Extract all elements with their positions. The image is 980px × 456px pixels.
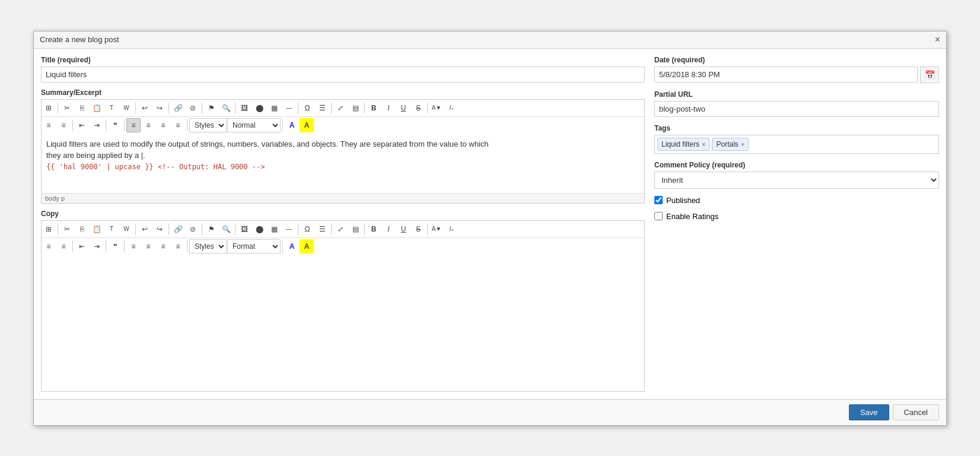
flag-btn[interactable]: ⚑	[204, 101, 218, 115]
sep9	[427, 102, 428, 114]
copy-underline-btn[interactable]: U	[396, 222, 411, 236]
align-justify-btn[interactable]: ≡	[171, 118, 185, 132]
copy-ol-btn[interactable]: ≡	[42, 239, 56, 254]
tags-field-group: Tags Liquid filters × Portals ×	[654, 124, 939, 154]
copy-strikethrough-btn[interactable]: S	[411, 222, 425, 236]
copy-table-btn[interactable]: ▦	[267, 222, 281, 236]
unlink-btn[interactable]: ⊘	[186, 101, 200, 115]
image-btn[interactable]: 🖼	[237, 101, 252, 115]
copy-iframe-btn[interactable]: ☰	[315, 222, 329, 236]
format-select-2[interactable]: Format Heading 1 Heading 2	[227, 239, 281, 254]
paste-word-btn[interactable]: W	[119, 101, 133, 115]
copy-undo-btn[interactable]: ↩	[138, 222, 152, 236]
copy-link-btn[interactable]: 🔗	[171, 222, 185, 236]
align-center-btn[interactable]: ≡	[141, 118, 155, 132]
indent-btn[interactable]: ⇥	[90, 118, 104, 132]
font-color-btn-1[interactable]: A	[285, 118, 299, 132]
copy-redo-btn[interactable]: ↪	[152, 222, 167, 236]
find-btn[interactable]: 🔍	[219, 101, 233, 115]
align-right-btn[interactable]: ≡	[156, 118, 170, 132]
paste-text-btn[interactable]: T	[104, 101, 119, 115]
close-button[interactable]: ×	[935, 35, 940, 45]
align-left-btn[interactable]: ≡	[126, 118, 141, 132]
blockquote-btn[interactable]: ❝	[108, 118, 122, 132]
copy-align-center-btn[interactable]: ≡	[141, 239, 155, 254]
cancel-button[interactable]: Cancel	[893, 404, 939, 420]
source-btn[interactable]: ⊞	[42, 101, 56, 115]
copy-flag-btn[interactable]: ⚑	[204, 222, 218, 236]
csep1	[58, 223, 58, 235]
redo-btn[interactable]: ↪	[152, 101, 167, 115]
strikethrough-btn[interactable]: S	[411, 101, 425, 115]
iframe-btn[interactable]: ☰	[315, 101, 329, 115]
table-btn[interactable]: ▦	[267, 101, 281, 115]
save-button[interactable]: Save	[849, 404, 889, 420]
copy-show-blocks-btn[interactable]: ▤	[348, 222, 362, 236]
hr-btn[interactable]: —	[282, 101, 296, 115]
cut-btn[interactable]: ✂	[60, 101, 74, 115]
format-select-1[interactable]: Normal Heading 1 Heading 2	[227, 118, 281, 132]
copy-maximize-btn[interactable]: ⤢	[333, 222, 348, 236]
copy-indent-btn[interactable]: ⇥	[90, 239, 104, 254]
copy-superscript-btn[interactable]: Iₓ	[444, 222, 459, 236]
superscript-btn[interactable]: Iₓ	[444, 101, 459, 115]
copy-unlink-btn[interactable]: ⊘	[186, 222, 200, 236]
published-checkbox[interactable]	[654, 196, 663, 204]
copy-align-right-btn[interactable]: ≡	[156, 239, 170, 254]
copy-flash-btn[interactable]: ⬤	[252, 222, 266, 236]
summary-toolbar-row1: ⊞ ✂ ⎘ 📋 T W ↩ ↪ 🔗 ⊘ ⚑	[42, 100, 644, 116]
calendar-button[interactable]: 📅	[920, 66, 939, 83]
published-checkbox-group: Published	[654, 196, 939, 205]
partial-url-input[interactable]	[654, 101, 939, 117]
copy-subscript-btn[interactable]: A▼	[429, 222, 444, 236]
copy-paste-word-btn[interactable]: W	[119, 222, 133, 236]
copy-editor-content[interactable]	[42, 255, 644, 391]
right-panel: Date (required) 📅 Partial URL Tags Liqui…	[654, 56, 939, 392]
copy-image-btn[interactable]: 🖼	[237, 222, 252, 236]
summary-editor-content[interactable]: Liquid filters are used to modify the ou…	[42, 134, 644, 193]
copy-align-left-btn[interactable]: ≡	[126, 239, 141, 254]
show-blocks-btn[interactable]: ▤	[348, 101, 362, 115]
italic-btn[interactable]: I	[381, 101, 396, 115]
flash-btn[interactable]: ⬤	[252, 101, 266, 115]
subscript-btn[interactable]: A▼	[429, 101, 444, 115]
copy-paste-btn[interactable]: 📋	[90, 222, 104, 236]
tag-close-portals[interactable]: ×	[741, 141, 744, 148]
ul-btn[interactable]: ≡	[56, 118, 71, 132]
title-input[interactable]	[41, 66, 645, 83]
copy-find-btn[interactable]: 🔍	[219, 222, 233, 236]
copy-special-char-btn[interactable]: Ω	[300, 222, 314, 236]
enable-ratings-checkbox[interactable]	[654, 212, 663, 220]
copy-source-btn[interactable]: ⊞	[42, 222, 56, 236]
styles-select-2[interactable]: Styles	[189, 239, 227, 254]
date-input[interactable]	[654, 66, 918, 83]
bold-btn[interactable]: B	[367, 101, 381, 115]
copy-italic-btn[interactable]: I	[381, 222, 396, 236]
copy-blockquote-btn[interactable]: ❝	[108, 239, 122, 254]
font-color-btn-2[interactable]: A	[285, 239, 299, 254]
bg-color-btn-1[interactable]: A	[300, 118, 314, 132]
special-char-btn[interactable]: Ω	[300, 101, 314, 115]
styles-select-1[interactable]: Styles	[189, 118, 227, 132]
link-btn[interactable]: 🔗	[171, 101, 185, 115]
tags-container[interactable]: Liquid filters × Portals ×	[654, 135, 939, 154]
paste-btn[interactable]: 📋	[90, 101, 104, 115]
copy-bold-btn[interactable]: B	[367, 222, 381, 236]
underline-btn[interactable]: U	[396, 101, 411, 115]
outdent-btn[interactable]: ⇤	[75, 118, 89, 132]
copy-btn[interactable]: ⎘	[75, 101, 89, 115]
dialog-titlebar: Create a new blog post ×	[34, 31, 946, 49]
copy-paste-text-btn[interactable]: T	[104, 222, 119, 236]
copy-align-justify-btn[interactable]: ≡	[171, 239, 185, 254]
ol-btn[interactable]: ≡	[42, 118, 56, 132]
copy-copy-btn[interactable]: ⎘	[75, 222, 89, 236]
bg-color-btn-2[interactable]: A	[300, 239, 314, 254]
copy-hr-btn[interactable]: —	[282, 222, 296, 236]
copy-cut-btn[interactable]: ✂	[60, 222, 74, 236]
copy-outdent-btn[interactable]: ⇤	[75, 239, 89, 254]
comment-policy-select[interactable]: Inherit Allow Moderated None	[654, 172, 939, 189]
copy-ul-btn[interactable]: ≡	[56, 239, 71, 254]
maximize-btn[interactable]: ⤢	[333, 101, 348, 115]
tag-close-liquid[interactable]: ×	[702, 141, 705, 148]
undo-btn[interactable]: ↩	[138, 101, 152, 115]
